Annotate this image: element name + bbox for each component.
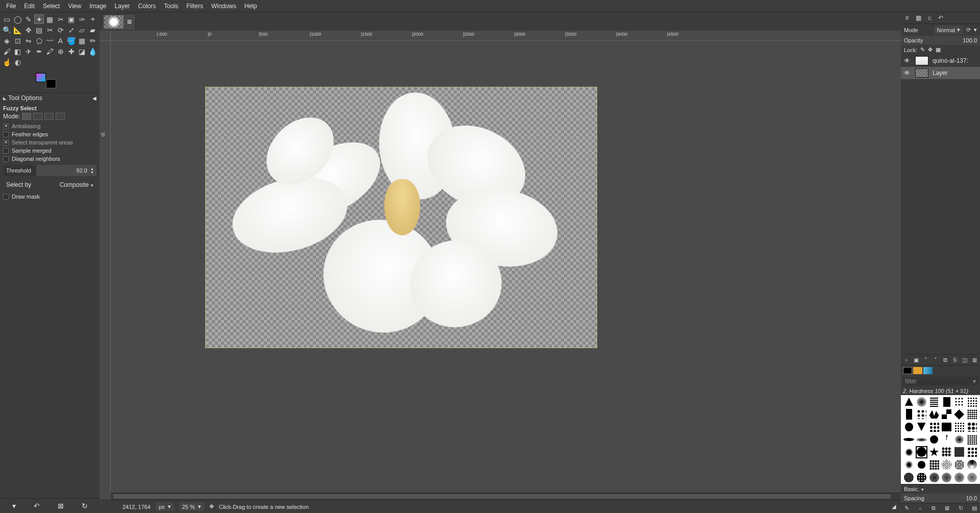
brush-item[interactable]	[941, 446, 953, 458]
mode-switch-icon[interactable]: ⟳	[966, 27, 971, 33]
new-brush-icon[interactable]: ▫	[917, 505, 924, 511]
horizontal-scrollbar[interactable]	[111, 493, 901, 500]
tool-paintbrush[interactable]: 🖌	[2, 46, 12, 56]
canvas-image[interactable]	[205, 87, 597, 348]
menu-help[interactable]: Help	[240, 1, 261, 11]
tool-rect-select[interactable]: ▭	[2, 14, 12, 24]
tool-zoom[interactable]: 🔍	[2, 25, 12, 35]
brush-item[interactable]	[903, 433, 915, 446]
tool-align[interactable]: ▤	[34, 25, 44, 35]
brush-item-selected[interactable]	[916, 446, 928, 458]
brush-item[interactable]	[966, 408, 978, 421]
tool-clone[interactable]: ⊕	[56, 46, 65, 56]
tool-dodge[interactable]: ◐	[13, 57, 22, 67]
brush-item[interactable]	[941, 471, 953, 483]
tool-shear[interactable]: ▱	[77, 25, 87, 35]
brush-item[interactable]	[941, 459, 953, 471]
brush-item[interactable]	[916, 471, 928, 483]
menu-colors[interactable]: Colors	[134, 1, 160, 11]
tool-options-detach-icon[interactable]: ◀	[92, 95, 96, 101]
new-layer-icon[interactable]: ▫	[903, 356, 910, 363]
brush-item[interactable]	[953, 471, 966, 483]
lock-position-icon[interactable]: ✥	[928, 46, 933, 53]
restore-preset-icon[interactable]: ↶	[34, 502, 40, 510]
menu-filters[interactable]: Filters	[182, 1, 207, 11]
tool-airbrush[interactable]: ✈	[23, 46, 33, 56]
brush-item[interactable]	[966, 396, 978, 408]
layer-row-0[interactable]: 👁 quino-al-137:	[901, 55, 980, 67]
menu-layer[interactable]: Layer	[111, 1, 134, 11]
vertical-ruler[interactable]: |0	[100, 41, 111, 493]
tool-paths[interactable]: ✑	[77, 14, 87, 24]
menu-select[interactable]: Select	[39, 1, 64, 11]
merge-layer-icon[interactable]: ⎘	[951, 356, 959, 363]
tool-text[interactable]: A	[56, 36, 65, 45]
undo-tab-icon[interactable]: ↶	[937, 14, 945, 21]
antialiasing-checkbox[interactable]: ✕	[3, 124, 9, 129]
tool-flip[interactable]: ⇋	[23, 36, 33, 45]
lock-alpha-icon[interactable]: ▦	[936, 46, 941, 53]
new-group-icon[interactable]: ▣	[913, 356, 920, 363]
tool-cage[interactable]: ⬠	[34, 36, 44, 45]
tool-perspective[interactable]: ▰	[88, 25, 97, 35]
brush-item[interactable]	[903, 421, 915, 433]
tool-scissors[interactable]: ✂	[56, 14, 65, 24]
foreground-color-swatch[interactable]	[36, 73, 46, 82]
brush-item[interactable]	[916, 459, 928, 471]
threshold-slider[interactable]: Threshold 92.0 ▲▼	[3, 165, 96, 176]
brush-item[interactable]	[928, 459, 940, 471]
brush-item[interactable]	[903, 396, 915, 408]
brush-item[interactable]	[916, 408, 928, 421]
mask-layer-icon[interactable]: ◫	[961, 356, 968, 363]
threshold-up[interactable]: ▲	[90, 167, 96, 170]
menu-view[interactable]: View	[64, 1, 85, 11]
brush-item[interactable]	[953, 421, 966, 433]
opacity-value[interactable]: 100.0	[963, 37, 977, 43]
gradients-tab-icon[interactable]	[923, 367, 933, 374]
tool-blur[interactable]: 💧	[88, 46, 97, 56]
tool-foreground[interactable]: ▣	[66, 14, 76, 24]
menu-edit[interactable]: Edit	[20, 1, 39, 11]
tool-crop[interactable]: ✂	[45, 25, 55, 35]
brush-item[interactable]	[966, 433, 978, 446]
tool-scale[interactable]: ⤢	[66, 25, 76, 35]
layer-name[interactable]: quino-al-137:	[933, 57, 968, 64]
menu-file[interactable]: File	[2, 1, 20, 11]
tool-smudge[interactable]: ☝	[2, 57, 12, 67]
mode-intersect[interactable]	[56, 113, 65, 120]
layer-mode-dropdown[interactable]: Normal▾	[934, 26, 963, 34]
horizontal-ruler[interactable]: |-500 |0 |500 |1000 |1500 |2000 |2500 |3…	[111, 31, 901, 41]
tab-close-icon[interactable]: ⊠	[126, 18, 133, 25]
tool-measure[interactable]: 📐	[13, 25, 22, 35]
background-color-swatch[interactable]	[46, 79, 56, 88]
duplicate-brush-icon[interactable]: ⧉	[930, 505, 937, 511]
brush-item[interactable]	[928, 433, 940, 446]
diagonal-checkbox[interactable]	[3, 156, 9, 162]
refresh-brush-icon[interactable]: ↻	[957, 505, 964, 511]
brush-item[interactable]	[953, 446, 966, 458]
reset-preset-icon[interactable]: ↻	[82, 502, 88, 510]
brush-filter-input[interactable]: filter▾	[903, 377, 978, 386]
brush-item[interactable]	[941, 433, 953, 446]
delete-preset-icon[interactable]: ⊠	[58, 502, 64, 510]
sample-merged-checkbox[interactable]	[3, 148, 9, 154]
delete-brush-icon[interactable]: ⊠	[944, 505, 951, 511]
brush-item[interactable]	[928, 396, 940, 408]
brush-item[interactable]	[916, 433, 928, 446]
brush-item[interactable]	[916, 421, 928, 433]
channels-tab-icon[interactable]: ▦	[914, 14, 922, 21]
ruler-corner[interactable]	[100, 31, 111, 41]
draw-mask-checkbox[interactable]	[3, 194, 9, 200]
brush-item[interactable]	[916, 396, 928, 408]
save-preset-icon[interactable]: ▾	[12, 502, 16, 510]
paths-tab-icon[interactable]: ⎌	[925, 14, 934, 21]
delete-layer-icon[interactable]: ⊠	[971, 356, 978, 363]
brush-item[interactable]	[966, 459, 978, 471]
brush-item[interactable]	[941, 396, 953, 408]
tool-color-picker[interactable]: ⌖	[88, 14, 97, 24]
tool-gradient[interactable]: ▦	[77, 36, 87, 45]
menu-image[interactable]: Image	[85, 1, 110, 11]
zoom-dropdown[interactable]: 25 %▾	[179, 502, 204, 511]
image-tab[interactable]: ⊠	[102, 14, 136, 30]
tool-move[interactable]: ✥	[23, 25, 33, 35]
